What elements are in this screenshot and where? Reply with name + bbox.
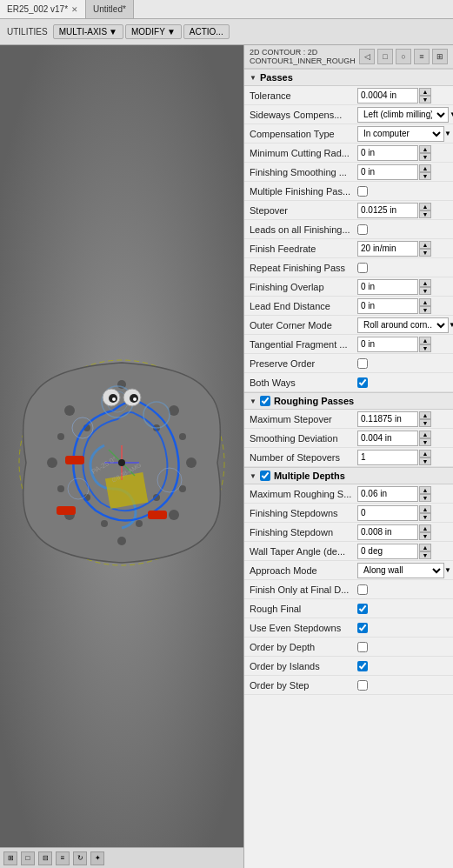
roughing-passes-section-header[interactable]: ▼ Roughing Passes [244, 392, 453, 410]
multiple-finishing-row: Multiple Finishing Pas... [244, 182, 453, 201]
use-even-stepdowns-row: Use Even Stepdowns [244, 618, 453, 638]
finishing-overlap-label: Finishing Overlap [244, 280, 357, 294]
num-stepovers-down[interactable]: ▼ [419, 457, 431, 465]
finish-feedrate-input[interactable] [357, 241, 418, 257]
finishing-overlap-row: Finishing Overlap ▲ ▼ [244, 277, 453, 297]
finishing-smoothing-input[interactable] [357, 164, 418, 180]
preserve-order-checkbox[interactable] [357, 358, 368, 369]
finishing-stepdowns-up[interactable]: ▲ [419, 505, 431, 513]
num-stepovers-up[interactable]: ▲ [419, 450, 431, 457]
modify-button[interactable]: MODIFY ▼ [125, 24, 182, 39]
finishing-stepdown-input[interactable] [357, 524, 418, 540]
panel-icon-3[interactable]: ○ [396, 49, 411, 64]
settings-icon[interactable]: ≡ [56, 851, 70, 865]
max-roughing-s-label: Maximum Roughing S... [244, 487, 357, 501]
wall-taper-up[interactable]: ▲ [419, 544, 431, 551]
order-by-depth-checkbox[interactable] [357, 642, 368, 652]
rough-final-checkbox[interactable] [357, 604, 368, 614]
grid-icon[interactable]: ⊟ [38, 851, 52, 865]
tab-file2[interactable]: Untitled* [86, 0, 134, 18]
finishing-stepdowns-value: ▲ ▼ [357, 505, 453, 521]
tolerance-down[interactable]: ▼ [419, 96, 431, 103]
smoothing-dev-down[interactable]: ▼ [419, 438, 431, 446]
finishing-overlap-up[interactable]: ▲ [419, 279, 431, 287]
min-cutting-rad-value: ▲ ▼ [357, 145, 453, 161]
comp-type-select[interactable]: In computer In control Wear [357, 126, 444, 142]
multiaxis-button[interactable]: MULTI-AXIS ▼ [53, 24, 123, 39]
finishing-stepdowns-down[interactable]: ▼ [419, 513, 431, 521]
multiple-depths-section-header[interactable]: ▼ Multiple Depths [244, 467, 453, 484]
smoothing-dev-input[interactable] [357, 431, 418, 446]
min-cutting-rad-down[interactable]: ▼ [419, 153, 431, 161]
stepover-input[interactable] [357, 203, 418, 218]
panel-icon-4[interactable]: ≡ [414, 49, 430, 64]
tangential-frag-up[interactable]: ▲ [419, 337, 431, 344]
max-roughing-s-up[interactable]: ▲ [419, 486, 431, 494]
min-cutting-rad-input[interactable] [357, 145, 418, 161]
roughing-passes-checkbox[interactable] [260, 396, 270, 406]
leads-on-checkbox[interactable] [357, 224, 368, 235]
stepover-down[interactable]: ▼ [419, 210, 431, 218]
finish-feedrate-down[interactable]: ▼ [419, 249, 431, 257]
close-tab1-icon[interactable]: ✕ [71, 5, 78, 14]
tangential-frag-input[interactable] [357, 337, 418, 352]
tangential-frag-row: Tangential Fragment ... ▲ ▼ [244, 335, 453, 354]
num-stepovers-value: ▲ ▼ [357, 450, 453, 465]
action-button[interactable]: ACTIO... [183, 24, 230, 39]
finishing-stepdown-down[interactable]: ▼ [419, 532, 431, 540]
lead-end-dist-up[interactable]: ▲ [419, 298, 431, 306]
min-cutting-rad-row: Minimum Cutting Rad... ▲ ▼ [244, 144, 453, 163]
max-roughing-s-down[interactable]: ▼ [419, 494, 431, 502]
order-by-islands-checkbox[interactable] [357, 661, 368, 671]
wall-taper-down[interactable]: ▼ [419, 551, 431, 559]
stepover-up[interactable]: ▲ [419, 203, 431, 210]
panel-icon-1[interactable]: ◁ [359, 49, 375, 64]
max-stepover-spinner: ▲ ▼ [419, 411, 431, 427]
finishing-overlap-down[interactable]: ▼ [419, 287, 431, 295]
min-cutting-rad-up[interactable]: ▲ [419, 145, 431, 153]
finish-only-value [357, 584, 453, 595]
tangential-frag-down[interactable]: ▼ [419, 344, 431, 352]
approach-mode-arrow: ▼ [444, 566, 451, 574]
approach-mode-select[interactable]: Along wall Plunge Ramp [357, 563, 444, 578]
finishing-stepdown-up[interactable]: ▲ [419, 524, 431, 532]
multiple-finishing-checkbox[interactable] [357, 186, 368, 197]
multiple-depths-checkbox[interactable] [260, 471, 270, 481]
order-by-step-checkbox[interactable] [357, 680, 368, 691]
lead-end-dist-down[interactable]: ▼ [419, 306, 431, 314]
finish-only-checkbox[interactable] [357, 584, 368, 595]
tab-file1[interactable]: ER25_002 v17* ✕ [0, 0, 86, 18]
passes-section-header[interactable]: ▼ Passes [244, 69, 453, 86]
lead-end-dist-input[interactable] [357, 298, 418, 314]
zoom-fit-icon[interactable]: ⊞ [3, 851, 17, 865]
num-stepovers-input[interactable] [357, 450, 418, 465]
outer-corner-select[interactable]: Roll around corn... Sharp Fillet [357, 317, 449, 333]
finish-feedrate-up[interactable]: ▲ [419, 241, 431, 249]
finishing-smoothing-down[interactable]: ▼ [419, 172, 431, 180]
repeat-finishing-checkbox[interactable] [357, 263, 368, 273]
finishing-overlap-input[interactable] [357, 279, 418, 295]
multiple-finishing-value [357, 186, 453, 197]
panel-title: 2D CONTOUR : 2D CONTOUR1_INNER_ROUGH [250, 48, 356, 65]
view-icon[interactable]: □ [21, 851, 35, 865]
max-stepover-down[interactable]: ▼ [419, 419, 431, 427]
panel-icon-2[interactable]: □ [377, 49, 393, 64]
canvas-area[interactable]: PA-25.0° ∅8.38-AMG ⊞ □ ⊟ ≡ ↻ ✦ [0, 45, 243, 868]
finishing-smoothing-up[interactable]: ▲ [419, 164, 431, 172]
max-stepover-input[interactable] [357, 411, 418, 427]
max-roughing-s-input[interactable] [357, 486, 418, 502]
tolerance-input[interactable] [357, 88, 418, 103]
finishing-stepdowns-spinner: ▲ ▼ [419, 505, 431, 521]
panel-icon-5[interactable]: ⊞ [432, 49, 448, 64]
wall-taper-input[interactable] [357, 544, 418, 559]
use-even-stepdowns-checkbox[interactable] [357, 623, 368, 633]
both-ways-checkbox[interactable] [357, 377, 368, 388]
tolerance-up[interactable]: ▲ [419, 88, 431, 96]
smoothing-dev-up[interactable]: ▲ [419, 431, 431, 438]
multiple-finishing-label: Multiple Finishing Pas... [244, 184, 357, 198]
rotate-icon[interactable]: ↻ [73, 851, 87, 865]
sideways-comp-select[interactable]: Left (climb milling) Right Center [357, 107, 449, 123]
finishing-stepdowns-input[interactable] [357, 505, 418, 521]
max-stepover-up[interactable]: ▲ [419, 411, 431, 419]
nav-icon[interactable]: ✦ [90, 851, 104, 865]
